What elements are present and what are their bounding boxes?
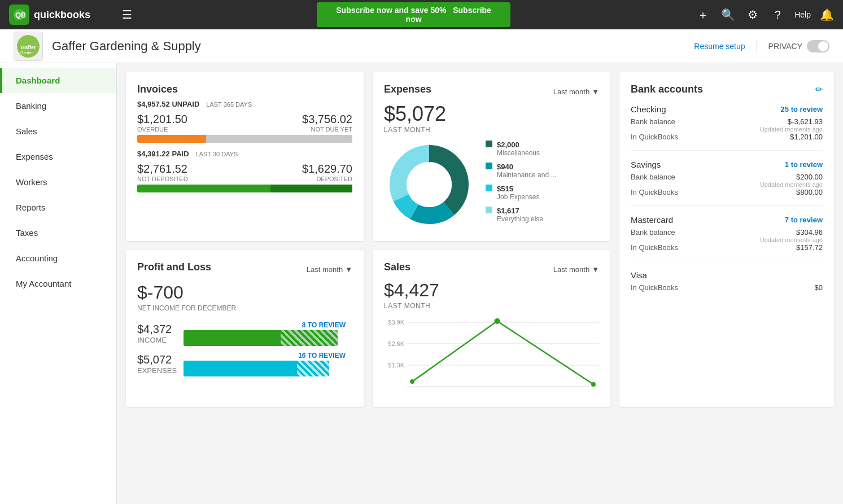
sidebar-item-dashboard[interactable]: Dashboard	[0, 68, 116, 93]
pl-income-review[interactable]: 8 TO REVIEW	[184, 321, 346, 329]
help-button[interactable]: Help	[794, 10, 811, 19]
sales-chart-dot-1	[495, 318, 500, 324]
legend-color-3	[486, 207, 492, 213]
sidebar-item-workers[interactable]: Workers	[0, 169, 116, 195]
privacy-toggle[interactable]	[807, 40, 829, 52]
invoices-not-due-label: NOT DUE YET	[302, 126, 352, 133]
promo-banner: Subscribe now and save 50% Subscribe now	[317, 2, 510, 27]
pl-income-bar	[184, 330, 346, 346]
svg-text:$2.6K: $2.6K	[388, 340, 404, 347]
bar-gray-segment	[206, 135, 352, 143]
promo-text: Subscribe now and save 50%	[336, 6, 446, 15]
bank-savings-balance-label: Bank balance	[631, 173, 675, 188]
invoices-not-deposited: $2,761.52 NOT DEPOSITED	[137, 163, 188, 182]
profit-loss-card: Profit and Loss Last month ▼ $-700 NET I…	[126, 250, 364, 407]
bank-accounts-title: Bank accounts	[631, 84, 703, 95]
pl-income-row: $4,372 INCOME 8 TO REVIEW	[137, 321, 352, 346]
legend-data-3: $1,617 Everything else	[497, 207, 543, 223]
invoices-title: Invoices	[137, 84, 352, 95]
sales-card: Sales Last month ▼ $4,427 LAST MONTH $3.…	[373, 250, 610, 407]
pl-income-label: INCOME	[137, 336, 177, 344]
pl-expenses-bar-area: 16 TO REVIEW	[184, 352, 346, 376]
invoices-overdue-label: OVERDUE	[137, 126, 187, 133]
bank-account-visa: Visa In QuickBooks $0	[631, 270, 823, 301]
bank-checking-updated: Updated moments ago	[760, 126, 823, 133]
bank-savings-name: Savings	[631, 160, 661, 169]
invoices-deposited-bar	[137, 185, 352, 192]
expenses-header: Expenses Last month ▼	[384, 84, 599, 100]
legend-item-0: $2,000 Miscellaneous	[486, 141, 599, 157]
pl-expenses-bar-solid	[184, 361, 297, 376]
content-area: Invoices $4,957.52 UNPAID LAST 365 DAYS …	[117, 63, 843, 504]
bank-mastercard-balance-values: $304.96 Updated moments ago	[760, 228, 823, 243]
settings-icon[interactable]: ⚙	[745, 7, 761, 23]
bank-savings-review[interactable]: 1 to review	[785, 160, 823, 169]
legend-color-2	[486, 185, 492, 191]
sidebar-item-my-accountant[interactable]: My Accountant	[0, 271, 116, 296]
company-name: Gaffer Gardening & Supply	[52, 39, 201, 54]
bank-savings-bank-balance: $200.00	[760, 173, 823, 181]
sidebar-item-expenses[interactable]: Expenses	[0, 144, 116, 169]
invoices-overdue-left: $1,201.50 OVERDUE	[137, 113, 187, 133]
pl-income-bar-stripe	[281, 330, 337, 346]
invoices-deposit-row: $2,761.52 NOT DEPOSITED $1,629.70 DEPOSI…	[137, 163, 352, 182]
invoices-deposited: $1,629.70 DEPOSITED	[302, 163, 352, 182]
expenses-big-amount: $5,072	[384, 102, 599, 126]
notifications-icon[interactable]: 🔔	[820, 8, 834, 21]
bank-mastercard-qb-row: In QuickBooks $157.72	[631, 243, 823, 252]
expenses-period-label: Last month	[553, 87, 589, 96]
bank-visa-header: Visa	[631, 270, 823, 280]
sidebar-item-sales[interactable]: Sales	[0, 119, 116, 144]
expenses-period-dropdown[interactable]: Last month ▼	[553, 87, 599, 96]
search-icon[interactable]: 🔍	[720, 7, 736, 23]
bank-checking-name: Checking	[631, 104, 666, 114]
invoices-not-deposited-amount: $2,761.52	[137, 163, 188, 176]
pl-period-label: Last month	[307, 265, 343, 274]
logo-area: QB quickbooks	[9, 5, 111, 25]
sales-subtitle: LAST MONTH	[384, 302, 599, 310]
legend-color-0	[486, 141, 492, 147]
top-navigation: QB quickbooks ☰ Subscribe now and save 5…	[0, 0, 843, 29]
privacy-label: PRIVACY	[768, 42, 802, 51]
bank-savings-qb-label: In QuickBooks	[631, 188, 678, 196]
bar-orange-segment	[137, 135, 206, 143]
pl-expenses-bar-stripe	[297, 361, 329, 376]
bank-mastercard-review[interactable]: 7 to review	[785, 216, 823, 224]
bank-checking-review[interactable]: 25 to review	[781, 105, 823, 113]
sales-chart-dot-2	[591, 382, 596, 387]
invoices-overdue-amount: $1,201.50	[137, 113, 187, 126]
privacy-toggle-area: PRIVACY	[768, 40, 829, 52]
pl-expenses-review[interactable]: 16 TO REVIEW	[184, 352, 346, 360]
invoices-paid-period: LAST 30 DAYS	[196, 151, 238, 157]
main-layout: Dashboard Banking Sales Expenses Workers…	[0, 63, 843, 504]
legend-item-1: $940 Maintenance and ...	[486, 163, 599, 179]
bank-accounts-card: Bank accounts ✏ Checking 25 to review Ba…	[619, 72, 834, 407]
help-circle-icon[interactable]: ?	[770, 7, 785, 23]
sidebar-item-taxes[interactable]: Taxes	[0, 220, 116, 246]
pl-period-dropdown[interactable]: Last month ▼	[307, 265, 352, 274]
invoices-unpaid-row: $4,957.52 UNPAID LAST 365 DAYS	[137, 100, 352, 108]
expenses-body: $2,000 Miscellaneous $940 Maintenance an…	[384, 139, 599, 230]
add-icon[interactable]: ＋	[695, 7, 711, 23]
resume-setup-link[interactable]: Resume setup	[694, 42, 745, 51]
sales-period-dropdown[interactable]: Last month ▼	[553, 265, 599, 274]
bank-checking-header: Checking 25 to review	[631, 104, 823, 114]
sidebar-item-reports[interactable]: Reports	[0, 195, 116, 220]
header-right: Resume setup PRIVACY	[694, 40, 829, 53]
pl-expenses-label: EXPENSES	[137, 366, 177, 375]
expenses-card: Expenses Last month ▼ $5,072 LAST MONTH	[373, 72, 610, 241]
invoices-overdue-bar	[137, 135, 352, 143]
sales-dropdown-icon: ▼	[592, 265, 599, 274]
expenses-big-label: LAST MONTH	[384, 126, 599, 134]
legend-item-2: $515 Job Expenses	[486, 185, 599, 201]
invoices-unpaid-amount: $4,957.52 UNPAID	[137, 100, 199, 108]
sales-header: Sales Last month ▼	[384, 261, 599, 278]
bank-mastercard-header: Mastercard 7 to review	[631, 215, 823, 225]
company-logo: Gaffer Garden	[14, 32, 43, 61]
sidebar-item-banking[interactable]: Banking	[0, 93, 116, 119]
invoices-unpaid-period: LAST 365 DAYS	[206, 101, 252, 108]
hamburger-menu-icon[interactable]: ☰	[122, 8, 132, 21]
sidebar-item-accounting[interactable]: Accounting	[0, 246, 116, 271]
bank-accounts-edit-icon[interactable]: ✏	[815, 84, 823, 95]
bank-checking-qb-label: In QuickBooks	[631, 133, 678, 141]
